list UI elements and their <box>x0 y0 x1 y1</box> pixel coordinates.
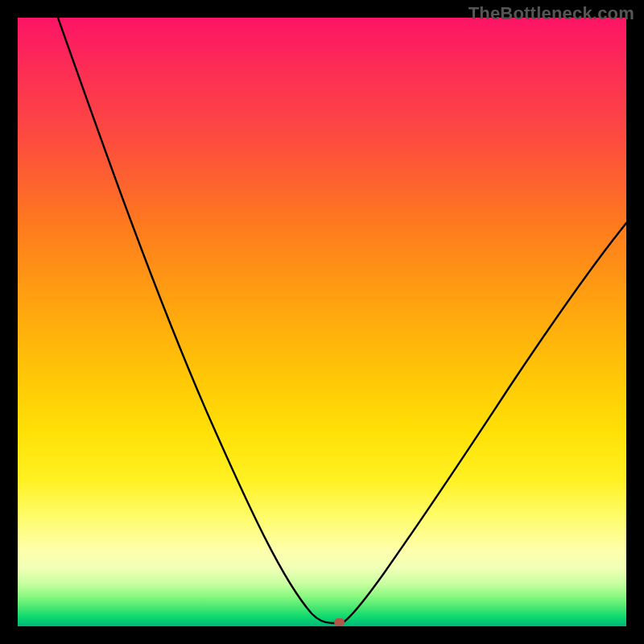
watermark-text: TheBottleneck.com <box>469 3 634 24</box>
minimum-marker <box>334 618 345 626</box>
curve-path <box>58 18 626 623</box>
bottleneck-curve <box>18 18 626 626</box>
chart-frame: TheBottleneck.com <box>0 0 644 644</box>
plot-area <box>18 18 626 626</box>
